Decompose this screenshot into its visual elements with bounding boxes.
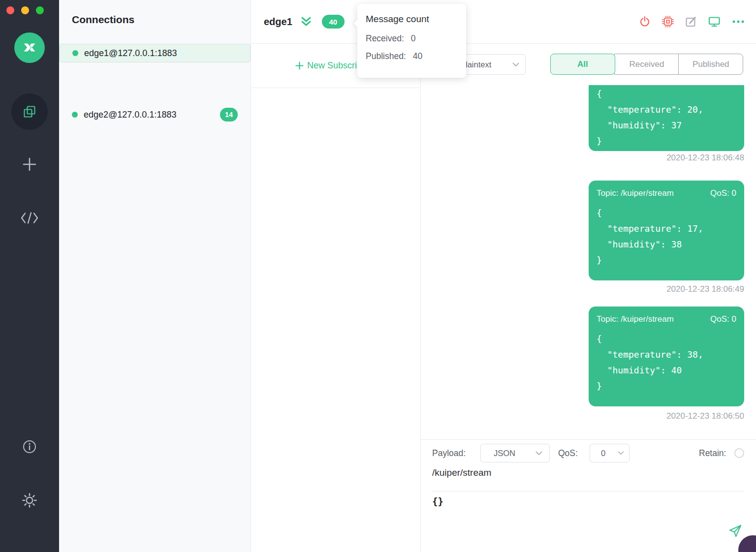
published-label: Published: <box>366 51 406 61</box>
mqttx-logo-mark <box>20 38 39 58</box>
received-label: Received: <box>366 33 404 44</box>
close-window-button[interactable] <box>6 6 14 14</box>
connected-status-dot <box>72 112 78 118</box>
message-payload: { "temperature": 17, "humidity": 38 } <box>597 205 736 268</box>
message-payload: { "temperature": 38, "humidity": 40 } <box>597 331 736 394</box>
mqttx-logo <box>14 32 45 63</box>
connections-panel: Connections edge1@127.0.0.1:1883 edge2@1… <box>59 0 251 552</box>
unread-count-badge: 14 <box>220 108 238 122</box>
message-topic: Topic: /kuiper/stream <box>597 187 674 199</box>
message-count-popup: Message count Received: 0 Published: 40 <box>357 4 466 78</box>
tab-received[interactable]: Received <box>614 54 679 75</box>
received-value: 0 <box>411 33 416 44</box>
message-qos: QoS: 0 <box>710 313 736 325</box>
connection-item-edge2[interactable]: edge2@127.0.0.1:1883 14 <box>59 91 251 138</box>
chevron-down-icon <box>512 62 519 67</box>
popup-row-received: Received: 0 <box>366 33 458 44</box>
mqttx-window: Connections edge1@127.0.0.1:1883 edge2@1… <box>0 0 756 552</box>
new-connection-plus-icon <box>21 155 38 173</box>
zoom-window-button[interactable] <box>36 6 44 14</box>
topic-input[interactable]: /kuiper/stream <box>432 467 744 478</box>
monitor-icon[interactable] <box>708 15 721 28</box>
connection-name: edge1@127.0.0.1:1883 <box>84 48 177 59</box>
connection-header: edge1 40 <box>251 0 756 44</box>
sidebar-item-script[interactable] <box>0 212 59 224</box>
sidebar-item-settings[interactable] <box>0 492 59 508</box>
collapse-double-chevron-icon[interactable] <box>300 16 312 28</box>
header-actions <box>638 15 745 28</box>
connected-status-dot <box>72 50 78 56</box>
script-icon <box>20 212 39 224</box>
payload-format-value: Plaintext <box>460 60 512 69</box>
message-timestamp: 2020-12-23 18:06:48 <box>666 153 744 163</box>
qos-select[interactable]: 0 <box>590 444 630 462</box>
tab-published[interactable]: Published <box>678 54 743 75</box>
message-count-badge[interactable]: 40 <box>322 15 345 29</box>
qos-label: QoS: <box>558 444 578 462</box>
retain-radio[interactable] <box>734 448 744 458</box>
popup-title: Message count <box>366 14 458 25</box>
disconnect-power-icon[interactable] <box>638 15 651 28</box>
plus-icon <box>295 61 304 70</box>
message-filter-tabs: All Received Published <box>550 54 743 75</box>
message-payload: { "temperature": 20, "humidity": 37 } <box>597 86 736 149</box>
connection-name: edge2@127.0.0.1:1883 <box>84 110 176 120</box>
tab-all[interactable]: All <box>550 54 615 75</box>
sidebar-item-new-connection[interactable] <box>0 155 59 173</box>
info-icon <box>22 439 37 454</box>
qos-value: 0 <box>601 449 618 458</box>
minimize-window-button[interactable] <box>21 6 29 14</box>
connections-panel-title: Connections <box>72 14 134 26</box>
message-bubble: Topic: /kuiper/stream QoS: 0 { "temperat… <box>589 307 744 406</box>
chevron-down-icon <box>536 451 542 456</box>
message-bubble: Topic: /kuiper/stream QoS: 0 { "temperat… <box>589 181 744 280</box>
message-qos: QoS: 0 <box>710 187 736 199</box>
more-ellipsis-icon[interactable] <box>731 15 745 28</box>
message-timestamp: 2020-12-23 18:06:49 <box>666 284 744 294</box>
connections-stack-icon <box>22 104 37 120</box>
app-sidebar <box>0 0 59 552</box>
sidebar-item-about[interactable] <box>0 439 59 454</box>
payload-editor[interactable]: {} <box>432 496 443 507</box>
retain-label: Retain: <box>699 444 726 462</box>
message-meta: Topic: /kuiper/stream QoS: 0 <box>597 313 736 325</box>
published-value: 40 <box>413 51 422 61</box>
message-meta: Topic: /kuiper/stream QoS: 0 <box>597 187 736 199</box>
popup-row-published: Published: 40 <box>366 51 458 61</box>
send-button[interactable] <box>726 523 743 540</box>
subscriptions-panel: New Subscription <box>251 44 421 552</box>
settings-gear-icon <box>22 492 37 508</box>
cpu-chip-icon[interactable] <box>662 15 674 28</box>
composer-divider <box>432 491 744 491</box>
connection-item-edge1[interactable]: edge1@127.0.0.1:1883 <box>59 44 251 62</box>
edit-icon[interactable] <box>685 15 697 28</box>
sidebar-item-connections[interactable] <box>11 93 48 130</box>
message-bubble: { "temperature": 20, "humidity": 37 } <box>589 85 744 151</box>
publish-composer: Payload: JSON QoS: 0 Retain: /kuiper/str… <box>421 439 756 552</box>
send-paper-plane-icon <box>726 523 743 540</box>
chevron-down-icon <box>618 451 624 455</box>
payload-type-value: JSON <box>494 449 536 458</box>
messages-pane: Plaintext All Received Published { "temp… <box>421 44 756 552</box>
payload-type-select[interactable]: JSON <box>480 444 550 462</box>
message-timestamp: 2020-12-23 18:06:50 <box>666 411 744 421</box>
message-topic: Topic: /kuiper/stream <box>597 313 674 325</box>
payload-label: Payload: <box>432 444 466 462</box>
connection-title: edge1 <box>264 16 292 28</box>
